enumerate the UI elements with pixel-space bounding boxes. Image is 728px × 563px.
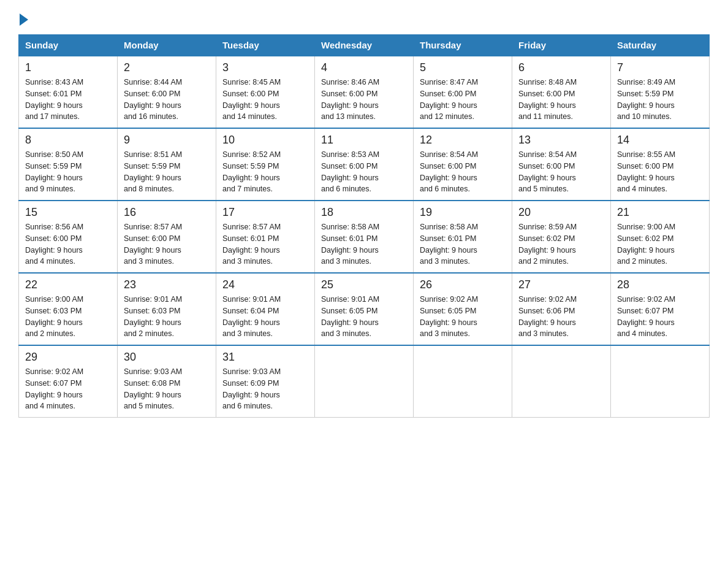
col-header-thursday: Thursday <box>414 35 512 56</box>
day-info: Sunrise: 8:53 AMSunset: 6:00 PMDaylight:… <box>321 149 407 195</box>
day-info: Sunrise: 8:50 AMSunset: 5:59 PMDaylight:… <box>25 149 111 195</box>
calendar-week-row: 22 Sunrise: 9:00 AMSunset: 6:03 PMDaylig… <box>19 273 710 345</box>
day-number: 15 <box>25 206 111 219</box>
day-number: 21 <box>617 206 703 219</box>
day-info: Sunrise: 8:54 AMSunset: 6:00 PMDaylight:… <box>420 149 506 195</box>
day-info: Sunrise: 9:02 AMSunset: 6:07 PMDaylight:… <box>25 366 111 412</box>
day-info: Sunrise: 8:58 AMSunset: 6:01 PMDaylight:… <box>420 221 506 267</box>
day-info: Sunrise: 9:00 AMSunset: 6:02 PMDaylight:… <box>617 221 703 267</box>
day-number: 11 <box>321 134 407 147</box>
calendar-cell: 28 Sunrise: 9:02 AMSunset: 6:07 PMDaylig… <box>611 273 710 345</box>
calendar-cell: 26 Sunrise: 9:02 AMSunset: 6:05 PMDaylig… <box>414 273 512 345</box>
calendar-cell: 18 Sunrise: 8:58 AMSunset: 6:01 PMDaylig… <box>315 201 414 273</box>
calendar-cell: 19 Sunrise: 8:58 AMSunset: 6:01 PMDaylig… <box>414 201 512 273</box>
day-info: Sunrise: 9:02 AMSunset: 6:05 PMDaylight:… <box>420 294 506 340</box>
day-info: Sunrise: 8:51 AMSunset: 5:59 PMDaylight:… <box>124 149 210 195</box>
calendar-cell: 24 Sunrise: 9:01 AMSunset: 6:04 PMDaylig… <box>216 273 315 345</box>
calendar-cell: 4 Sunrise: 8:46 AMSunset: 6:00 PMDayligh… <box>315 56 414 128</box>
calendar-cell: 17 Sunrise: 8:57 AMSunset: 6:01 PMDaylig… <box>216 201 315 273</box>
col-header-monday: Monday <box>118 35 216 56</box>
day-info: Sunrise: 8:52 AMSunset: 5:59 PMDaylight:… <box>222 149 308 195</box>
calendar-cell: 15 Sunrise: 8:56 AMSunset: 6:00 PMDaylig… <box>19 201 118 273</box>
day-info: Sunrise: 9:01 AMSunset: 6:04 PMDaylight:… <box>222 294 308 340</box>
calendar-cell: 16 Sunrise: 8:57 AMSunset: 6:00 PMDaylig… <box>118 201 216 273</box>
calendar-cell <box>414 345 512 418</box>
logo-arrow-icon <box>20 13 28 26</box>
day-number: 12 <box>420 134 506 147</box>
day-info: Sunrise: 8:43 AMSunset: 6:01 PMDaylight:… <box>25 77 111 123</box>
day-info: Sunrise: 8:58 AMSunset: 6:01 PMDaylight:… <box>321 221 407 267</box>
day-info: Sunrise: 9:01 AMSunset: 6:03 PMDaylight:… <box>124 294 210 340</box>
day-number: 23 <box>124 278 210 291</box>
calendar-cell: 10 Sunrise: 8:52 AMSunset: 5:59 PMDaylig… <box>216 128 315 201</box>
calendar-cell: 21 Sunrise: 9:00 AMSunset: 6:02 PMDaylig… <box>611 201 710 273</box>
col-header-tuesday: Tuesday <box>216 35 315 56</box>
calendar-cell: 5 Sunrise: 8:47 AMSunset: 6:00 PMDayligh… <box>414 56 512 128</box>
col-header-sunday: Sunday <box>19 35 118 56</box>
day-number: 24 <box>222 278 308 291</box>
day-info: Sunrise: 8:55 AMSunset: 6:00 PMDaylight:… <box>617 149 703 195</box>
calendar-week-row: 8 Sunrise: 8:50 AMSunset: 5:59 PMDayligh… <box>19 128 710 201</box>
day-number: 13 <box>518 134 604 147</box>
day-info: Sunrise: 8:44 AMSunset: 6:00 PMDaylight:… <box>124 77 210 123</box>
day-number: 18 <box>321 206 407 219</box>
calendar-cell: 3 Sunrise: 8:45 AMSunset: 6:00 PMDayligh… <box>216 56 315 128</box>
day-info: Sunrise: 9:03 AMSunset: 6:08 PMDaylight:… <box>124 366 210 412</box>
col-header-friday: Friday <box>512 35 611 56</box>
day-number: 20 <box>518 206 604 219</box>
day-number: 22 <box>25 278 111 291</box>
day-number: 7 <box>617 61 703 74</box>
calendar-cell: 7 Sunrise: 8:49 AMSunset: 5:59 PMDayligh… <box>611 56 710 128</box>
calendar-cell <box>315 345 414 418</box>
calendar-cell: 23 Sunrise: 9:01 AMSunset: 6:03 PMDaylig… <box>118 273 216 345</box>
day-number: 10 <box>222 134 308 147</box>
col-header-wednesday: Wednesday <box>315 35 414 56</box>
day-number: 31 <box>222 351 308 364</box>
col-header-saturday: Saturday <box>611 35 710 56</box>
day-number: 19 <box>420 206 506 219</box>
day-info: Sunrise: 8:49 AMSunset: 5:59 PMDaylight:… <box>617 77 703 123</box>
calendar-cell: 14 Sunrise: 8:55 AMSunset: 6:00 PMDaylig… <box>611 128 710 201</box>
day-number: 25 <box>321 278 407 291</box>
calendar-cell: 29 Sunrise: 9:02 AMSunset: 6:07 PMDaylig… <box>19 345 118 418</box>
day-info: Sunrise: 8:46 AMSunset: 6:00 PMDaylight:… <box>321 77 407 123</box>
day-number: 6 <box>518 61 604 74</box>
calendar-week-row: 29 Sunrise: 9:02 AMSunset: 6:07 PMDaylig… <box>19 345 710 418</box>
logo <box>18 12 28 22</box>
calendar-cell: 1 Sunrise: 8:43 AMSunset: 6:01 PMDayligh… <box>19 56 118 128</box>
calendar-cell: 22 Sunrise: 9:00 AMSunset: 6:03 PMDaylig… <box>19 273 118 345</box>
day-info: Sunrise: 9:02 AMSunset: 6:06 PMDaylight:… <box>518 294 604 340</box>
day-info: Sunrise: 8:54 AMSunset: 6:00 PMDaylight:… <box>518 149 604 195</box>
day-info: Sunrise: 8:47 AMSunset: 6:00 PMDaylight:… <box>420 77 506 123</box>
day-info: Sunrise: 8:57 AMSunset: 6:00 PMDaylight:… <box>124 221 210 267</box>
page-header <box>18 12 710 22</box>
day-number: 9 <box>124 134 210 147</box>
day-info: Sunrise: 8:57 AMSunset: 6:01 PMDaylight:… <box>222 221 308 267</box>
day-number: 4 <box>321 61 407 74</box>
day-number: 27 <box>518 278 604 291</box>
day-number: 5 <box>420 61 506 74</box>
day-info: Sunrise: 8:45 AMSunset: 6:00 PMDaylight:… <box>222 77 308 123</box>
calendar-table: SundayMondayTuesdayWednesdayThursdayFrid… <box>18 34 710 418</box>
day-number: 26 <box>420 278 506 291</box>
calendar-week-row: 15 Sunrise: 8:56 AMSunset: 6:00 PMDaylig… <box>19 201 710 273</box>
calendar-cell: 27 Sunrise: 9:02 AMSunset: 6:06 PMDaylig… <box>512 273 611 345</box>
calendar-cell: 9 Sunrise: 8:51 AMSunset: 5:59 PMDayligh… <box>118 128 216 201</box>
day-info: Sunrise: 8:48 AMSunset: 6:00 PMDaylight:… <box>518 77 604 123</box>
calendar-cell: 6 Sunrise: 8:48 AMSunset: 6:00 PMDayligh… <box>512 56 611 128</box>
day-info: Sunrise: 8:59 AMSunset: 6:02 PMDaylight:… <box>518 221 604 267</box>
calendar-cell: 25 Sunrise: 9:01 AMSunset: 6:05 PMDaylig… <box>315 273 414 345</box>
calendar-header-row: SundayMondayTuesdayWednesdayThursdayFrid… <box>19 35 710 56</box>
calendar-cell: 8 Sunrise: 8:50 AMSunset: 5:59 PMDayligh… <box>19 128 118 201</box>
day-info: Sunrise: 9:00 AMSunset: 6:03 PMDaylight:… <box>25 294 111 340</box>
day-number: 30 <box>124 351 210 364</box>
day-info: Sunrise: 9:01 AMSunset: 6:05 PMDaylight:… <box>321 294 407 340</box>
day-info: Sunrise: 9:03 AMSunset: 6:09 PMDaylight:… <box>222 366 308 412</box>
calendar-cell <box>611 345 710 418</box>
day-number: 29 <box>25 351 111 364</box>
day-number: 2 <box>124 61 210 74</box>
calendar-cell: 30 Sunrise: 9:03 AMSunset: 6:08 PMDaylig… <box>118 345 216 418</box>
day-info: Sunrise: 9:02 AMSunset: 6:07 PMDaylight:… <box>617 294 703 340</box>
day-number: 8 <box>25 134 111 147</box>
day-number: 28 <box>617 278 703 291</box>
